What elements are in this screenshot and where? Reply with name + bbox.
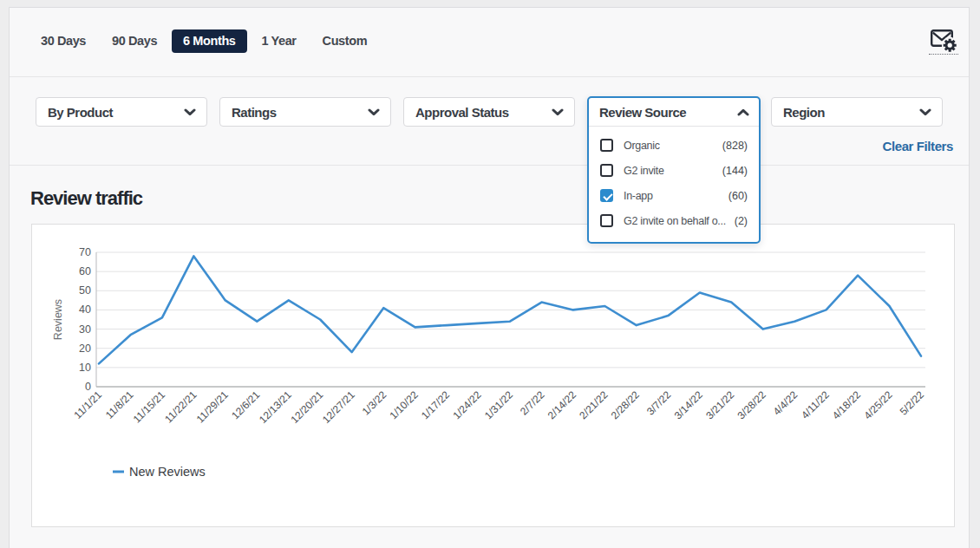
checkbox-g2-invite-behalf[interactable] [600,214,613,227]
option-g2-invite-count: (144) [718,165,748,177]
option-g2-invite[interactable]: G2 invite (144) [589,158,759,183]
svg-text:11/15/21: 11/15/21 [131,388,168,426]
filter-review-source-label: Review Source [599,105,686,120]
filter-row: By Product Ratings Approval Status [10,97,969,127]
time-range-tabs-bar: 30 Days 90 Days 6 Months 1 Year Custom [10,8,969,77]
svg-text:2/14/22: 2/14/22 [546,388,578,421]
review-traffic-chart: 010203040506070Reviews11/1/2111/8/2111/1… [32,225,954,526]
filter-approval-status[interactable]: Approval Status [403,97,575,127]
svg-text:4/4/22: 4/4/22 [771,388,800,418]
svg-text:3/21/22: 3/21/22 [703,388,736,421]
time-range-tabs: 30 Days 90 Days 6 Months 1 Year Custom [29,29,378,53]
email-report-button[interactable] [929,29,958,55]
filter-approval-status-label: Approval Status [415,105,509,120]
svg-text:0: 0 [85,381,91,393]
filter-region-label: Region [783,105,825,120]
review-traffic-card: 010203040506070Reviews11/1/2111/8/2111/1… [31,224,955,527]
filter-by-product[interactable]: By Product [36,97,207,127]
option-g2-invite-behalf-label: G2 invite on behalf o... [624,215,726,227]
svg-text:11/22/21: 11/22/21 [162,388,199,426]
svg-text:70: 70 [79,246,91,258]
option-organic[interactable]: Organic (828) [589,133,759,158]
chevron-down-icon [368,108,380,116]
option-g2-invite-label: G2 invite [624,165,664,177]
filter-region[interactable]: Region [771,97,943,127]
option-in-app-label: In-app [624,190,653,202]
svg-text:5/2/22: 5/2/22 [898,388,927,418]
filters-bar: By Product Ratings Approval Status [10,77,969,166]
review-source-dropdown-panel: Review Source Organic (828) G2 invite (1 [587,96,761,244]
option-organic-count: (828) [718,140,748,152]
email-settings-icon [930,29,957,52]
filter-ratings-label: Ratings [232,105,277,120]
svg-text:4/11/22: 4/11/22 [799,388,832,421]
tab-90-days[interactable]: 90 Days [101,29,168,53]
svg-text:Reviews: Reviews [52,299,64,340]
tab-30-days[interactable]: 30 Days [29,29,97,53]
svg-text:4/25/22: 4/25/22 [861,388,894,421]
option-in-app[interactable]: In-app (60) [589,183,759,208]
svg-text:2/7/22: 2/7/22 [518,388,547,418]
chevron-down-icon [552,108,564,116]
svg-text:20: 20 [79,342,91,355]
svg-text:50: 50 [79,284,91,297]
filter-ratings[interactable]: Ratings [219,97,391,127]
checkbox-in-app[interactable] [600,189,613,202]
svg-text:1/10/22: 1/10/22 [388,388,421,421]
svg-text:12/27/21: 12/27/21 [320,388,357,426]
clear-filters-link[interactable]: Clear Filters [882,139,953,153]
svg-text:1/24/22: 1/24/22 [450,388,483,421]
option-g2-invite-behalf[interactable]: G2 invite on behalf o... (2) [589,208,759,233]
tab-6-months[interactable]: 6 Months [172,29,246,53]
svg-text:2/21/22: 2/21/22 [577,388,610,421]
svg-text:12/20/21: 12/20/21 [288,388,325,426]
svg-text:10: 10 [79,362,91,374]
chevron-down-icon [184,108,196,116]
svg-text:3/7/22: 3/7/22 [644,388,674,418]
svg-text:1/3/22: 1/3/22 [360,388,389,418]
svg-text:1/17/22: 1/17/22 [419,388,452,421]
option-in-app-count: (60) [724,190,748,202]
filter-review-source[interactable]: Review Source [589,98,759,127]
svg-text:3/14/22: 3/14/22 [672,388,705,421]
tab-1-year[interactable]: 1 Year [251,29,308,53]
svg-text:11/1/21: 11/1/21 [72,388,105,421]
tab-custom[interactable]: Custom [311,29,379,53]
svg-text:1/31/22: 1/31/22 [482,388,515,421]
svg-text:60: 60 [79,265,91,277]
option-g2-invite-behalf-count: (2) [730,215,748,227]
svg-text:4/18/22: 4/18/22 [830,388,863,421]
svg-text:12/13/21: 12/13/21 [257,388,294,426]
svg-text:3/28/22: 3/28/22 [735,388,768,421]
svg-text:30: 30 [79,323,91,336]
checkbox-g2-invite[interactable] [600,164,613,177]
svg-text:New Reviews: New Reviews [129,465,206,479]
svg-text:40: 40 [79,303,91,316]
svg-text:2/28/22: 2/28/22 [609,388,642,421]
checkbox-organic[interactable] [600,139,613,152]
filter-by-product-label: By Product [48,105,113,120]
svg-text:11/29/21: 11/29/21 [194,388,232,426]
option-organic-label: Organic [624,140,660,152]
dashboard-panel: 30 Days 90 Days 6 Months 1 Year Custom B… [9,7,970,548]
review-source-options: Organic (828) G2 invite (144) In-app (60… [589,127,759,242]
chevron-down-icon [919,108,931,116]
chevron-up-icon [737,108,749,116]
section-title: Review traffic [30,187,142,210]
